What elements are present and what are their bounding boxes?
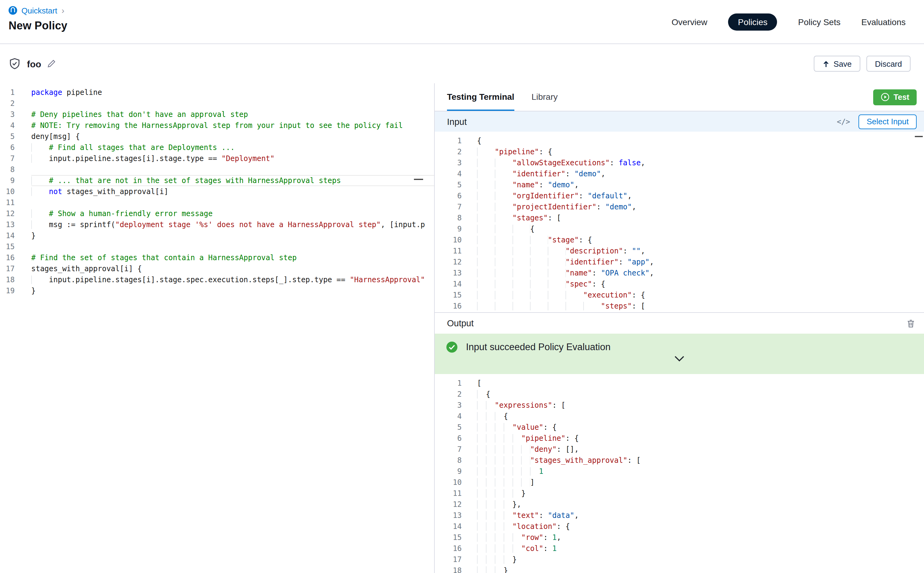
code-line[interactable]: "execution": {	[477, 290, 924, 301]
nav-policies[interactable]: Policies	[728, 13, 777, 30]
line-number: 5	[435, 179, 462, 190]
tab-testing-terminal[interactable]: Testing Terminal	[447, 83, 514, 111]
line-number: 8	[435, 213, 462, 224]
code-line[interactable]: [	[477, 378, 924, 389]
line-number: 11	[435, 488, 462, 499]
code-line[interactable]: }	[31, 230, 434, 241]
line-number: 7	[435, 201, 462, 213]
code-line[interactable]: msg := sprintf("deployment stage '%s' do…	[31, 219, 434, 230]
breadcrumb-link[interactable]: Quickstart	[22, 6, 57, 15]
line-number: 9	[435, 224, 462, 235]
code-line[interactable]: {	[477, 411, 924, 422]
line-number: 18	[435, 565, 462, 573]
code-line[interactable]: # NOTE: Try removing the HarnessApproval…	[31, 120, 434, 131]
output-editor-code[interactable]: [ { "expressions": [ { "value": { "pipel…	[467, 374, 924, 573]
code-line[interactable]: "identifier": "demo",	[477, 168, 924, 179]
code-line[interactable]: "name": "OPA check",	[477, 268, 924, 279]
code-line[interactable]: "expressions": [	[477, 400, 924, 411]
code-line[interactable]: package pipeline	[31, 87, 434, 98]
test-button-label: Test	[893, 92, 909, 102]
policy-editor-gutter: 12345678910111213141516171819	[0, 83, 21, 573]
line-number: 6	[0, 142, 15, 153]
code-line[interactable]: input.pipeline.stages[i].stage.spec.exec…	[31, 274, 434, 285]
code-line[interactable]: not stages_with_approval[i]	[31, 186, 434, 197]
code-line[interactable]: "deny": [],	[477, 444, 924, 455]
code-line[interactable]: }	[477, 554, 924, 565]
policy-name: foo	[27, 58, 41, 69]
code-line[interactable]: "row": 1,	[477, 532, 924, 543]
code-line[interactable]: # Deny pipelines that don't have an appr…	[31, 109, 434, 120]
code-brackets-icon[interactable]: </>	[837, 117, 850, 126]
code-line[interactable]: ]	[477, 477, 924, 488]
line-number: 16	[0, 252, 15, 263]
code-line[interactable]: "col": 1	[477, 543, 924, 554]
edit-pencil-icon[interactable]	[47, 59, 56, 68]
discard-button[interactable]: Discard	[866, 56, 910, 72]
policy-shield-icon	[9, 58, 21, 70]
line-number: 4	[0, 120, 15, 131]
line-number: 13	[435, 510, 462, 521]
nav-evaluations[interactable]: Evaluations	[861, 17, 906, 27]
code-line[interactable]	[31, 164, 434, 175]
line-number: 14	[435, 521, 462, 532]
nav-overview[interactable]: Overview	[672, 17, 708, 27]
code-line[interactable]: "description": "",	[477, 246, 924, 257]
code-line[interactable]: "name": "demo",	[477, 179, 924, 190]
code-line[interactable]	[31, 98, 434, 109]
breadcrumb: Quickstart ›	[9, 6, 67, 15]
code-line[interactable]: "allowStageExecutions": false,	[477, 157, 924, 168]
code-line[interactable]: deny[msg] {	[31, 131, 434, 142]
line-number: 10	[435, 235, 462, 246]
chevron-down-icon[interactable]	[674, 356, 684, 362]
policy-editor-code[interactable]: package pipeline# Deny pipelines that do…	[21, 83, 434, 573]
code-line[interactable]: "location": {	[477, 521, 924, 532]
select-input-button[interactable]: Select Input	[859, 114, 917, 129]
code-line[interactable]: {	[477, 389, 924, 400]
line-number: 11	[435, 246, 462, 257]
code-line[interactable]: "identifier": "app",	[477, 257, 924, 268]
code-line[interactable]: {	[477, 135, 924, 146]
line-number: 16	[435, 301, 462, 312]
input-editor[interactable]: 12345678910111213141516 { "pipeline": { …	[435, 132, 924, 312]
code-line[interactable]: "spec": {	[477, 279, 924, 290]
code-line[interactable]	[31, 197, 434, 208]
input-editor-code[interactable]: { "pipeline": { "allowStageExecutions": …	[467, 132, 924, 312]
main-content: 12345678910111213141516171819 package pi…	[0, 83, 924, 573]
overview-cursor-dash	[414, 179, 423, 180]
code-line[interactable]: input.pipeline.stages[i].stage.type == "…	[31, 153, 434, 164]
code-line[interactable]: 1	[477, 466, 924, 477]
code-line[interactable]: {	[477, 224, 924, 235]
code-line[interactable]: stages_with_approval[i] {	[31, 263, 434, 274]
code-line[interactable]: }	[477, 488, 924, 499]
line-number: 19	[0, 285, 15, 296]
line-number: 7	[0, 153, 15, 164]
output-editor[interactable]: 123456789101112131415161718 [ { "express…	[435, 374, 924, 573]
tab-library[interactable]: Library	[531, 83, 558, 111]
code-line[interactable]: "stages": [	[477, 213, 924, 224]
line-number: 15	[435, 290, 462, 301]
code-line[interactable]: "value": {	[477, 422, 924, 433]
code-line[interactable]: "projectIdentifier": "demo",	[477, 201, 924, 213]
code-line[interactable]: # Find the set of stages that contain a …	[31, 252, 434, 263]
code-line[interactable]: }	[477, 565, 924, 573]
save-button[interactable]: Save	[814, 56, 860, 72]
code-line[interactable]: "steps": [	[477, 301, 924, 312]
code-line[interactable]: "text": "data",	[477, 510, 924, 521]
code-line[interactable]: }	[31, 285, 434, 296]
code-line[interactable]: "stages_with_approval": [	[477, 455, 924, 466]
test-button[interactable]: Test	[873, 89, 917, 105]
discard-button-label: Discard	[875, 59, 902, 68]
code-line[interactable]: "orgIdentifier": "default",	[477, 190, 924, 201]
policy-editor[interactable]: 12345678910111213141516171819 package pi…	[0, 83, 434, 573]
nav-policy-sets[interactable]: Policy Sets	[798, 17, 841, 27]
code-line[interactable]: "stage": {	[477, 235, 924, 246]
code-line[interactable]: },	[477, 499, 924, 510]
code-line[interactable]: "pipeline": {	[477, 146, 924, 157]
code-line[interactable]	[31, 241, 434, 252]
code-line[interactable]: # Show a human-friendly error message	[31, 208, 434, 219]
code-line[interactable]: # ... that are not in the set of stages …	[31, 175, 434, 186]
code-line[interactable]: # Find all stages that are Deployments .…	[31, 142, 434, 153]
trash-icon[interactable]	[906, 319, 915, 328]
line-number: 8	[0, 164, 15, 175]
code-line[interactable]: "pipeline": {	[477, 433, 924, 444]
